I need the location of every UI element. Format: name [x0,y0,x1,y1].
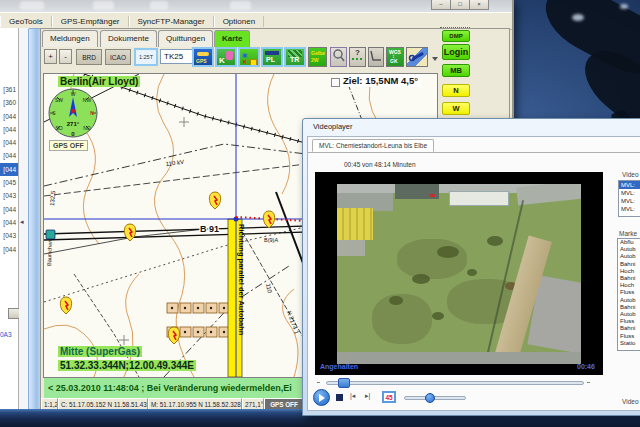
play-icon [319,394,325,402]
login-button[interactable]: Login [442,44,470,60]
powerline-label: 110 kV [165,159,184,167]
marker-item[interactable]: Bahni [618,304,640,311]
ziel-checkbox[interactable] [331,78,340,87]
seek-slider[interactable] [326,381,584,385]
seek-thumb[interactable] [338,378,350,388]
karte-tool-button[interactable]: K [215,47,237,67]
marker-item[interactable]: Fluss [618,289,640,296]
tr-tool-button[interactable]: TR [284,47,306,67]
compass-dir: NW [83,97,92,103]
marker-item[interactable]: Autob [618,297,640,304]
menu-optionen[interactable]: Optionen [214,16,264,27]
question-icon: ? [355,48,360,57]
list-item-selected[interactable]: [044 [0,163,18,176]
seek-forward-marks[interactable]: ▪▪ [587,380,590,385]
marker-item[interactable]: Autob [618,311,640,318]
list-item[interactable]: [044 [0,110,18,123]
marker-tool-button[interactable]: ▣ ✕ [238,47,260,67]
tab-meldungen[interactable]: Meldungen [42,30,98,47]
w-button[interactable]: W [442,102,470,115]
video-display[interactable]: Angehalten 00:46 [315,172,603,375]
magnifier-button[interactable] [330,47,347,67]
route-label: Richtung parallel der Autobahn [237,224,246,336]
list-item[interactable]: [044 [0,123,18,136]
video-frame-aerial-view [337,184,581,364]
list-item[interactable]: [045 [0,176,18,189]
marker-list[interactable]: Abflu Autob Autob Bahni Hoch Bahni Hoch … [617,238,640,351]
list-item[interactable]: [044 [0,136,18,149]
pl-tool-button[interactable]: PL [261,47,283,67]
seek-back-marks[interactable]: ▪▪ [317,380,320,385]
list-item[interactable]: [043 [0,229,18,242]
tab-dokumente[interactable]: Dokumente [100,30,157,47]
tab-quittungen[interactable]: Quittungen [158,30,213,47]
menu-geotools[interactable]: GeoTools [0,16,52,27]
list-item[interactable]: [044 [0,216,18,229]
list-item[interactable]: [044 [0,243,18,256]
stop-button[interactable] [336,394,343,401]
speed-button[interactable]: 45 [382,391,396,403]
previous-button[interactable]: |◂ [350,392,355,400]
video-list-item[interactable]: MVL: [619,205,640,213]
list-item[interactable]: [044 [0,149,18,162]
marker-item[interactable]: Hoch [618,282,640,289]
volume-thumb[interactable] [425,393,435,403]
marker-item[interactable]: Bahni [618,261,640,268]
marker-list-label: Marke [619,230,637,237]
videos-list[interactable]: MVL: MVL: MVL: MVL: [618,180,640,217]
marker-item[interactable]: Abflu [618,239,640,246]
zoom-out-button[interactable]: - [59,49,72,64]
marker-item[interactable]: Hoch [618,268,640,275]
close-button[interactable]: × [469,0,489,10]
zoom-in-button[interactable]: + [44,49,57,64]
gelbe-label-1: Gelbe [311,50,325,56]
brd-map-button[interactable]: BRD [76,49,102,65]
videos-list-label: Video [622,171,639,178]
menu-syncftp-manager[interactable]: SyncFTP-Manager [129,16,214,27]
play-button[interactable] [313,389,330,406]
scene-road-bottom [337,352,581,364]
map-tools-button[interactable] [406,47,428,67]
scale-toggle-button[interactable]: 1:25T [134,48,158,66]
marker-item[interactable]: Fluss [618,318,640,325]
scene-parking [337,240,365,256]
video-list-item-selected[interactable]: MVL: [619,181,640,189]
gps-tool-button[interactable]: GPS [192,47,214,67]
icao-map-button[interactable]: ICAO [105,49,131,65]
mb-button[interactable]: MB [442,64,470,77]
n-button[interactable]: N [442,84,470,97]
video-list-item[interactable]: MVL: [619,189,640,197]
message-id-list[interactable]: [361 [360 [044 [044 [044 [044 [044 [045 … [0,28,19,410]
bar-icon [265,51,279,55]
green-dashes-icon [352,58,363,60]
panel-splitter[interactable]: ◂ [19,28,28,410]
wgs-gk-button[interactable]: WGS ↕ GK [386,47,404,67]
tab-karte[interactable]: Karte [214,30,250,47]
video-list-item[interactable]: MVL: [619,197,640,205]
marker-item[interactable]: Statio [618,340,640,347]
place-label-baeumchen: Bäumchen [46,240,53,266]
volume-slider[interactable] [404,396,466,400]
next-button[interactable]: ▸| [365,392,370,400]
gelbe-tool-button[interactable]: Gelbe 2W [308,47,327,67]
minimize-button[interactable]: – [431,0,451,10]
marker-item[interactable]: Bahni [618,325,640,332]
list-item[interactable]: [361 [0,83,18,96]
video-tab[interactable]: MVL: Chemiestandort-Leuna bis Elbe [312,139,434,152]
marker-item[interactable]: Autob [618,253,640,260]
list-item[interactable]: [043 [0,189,18,202]
menu-gps-empfaenger[interactable]: GPS-Empfänger [52,16,129,27]
angle-measure-button[interactable] [368,47,384,67]
collapse-arrow-icon[interactable]: ◂ [20,218,24,226]
maximize-button[interactable]: □ [450,0,470,10]
list-item[interactable]: [044 [0,203,18,216]
marker-item[interactable]: Bahni [618,275,640,282]
gps-icon-label: GPS [196,58,207,64]
dmp-button[interactable]: DMP [442,30,470,42]
karte-icon-label: K [219,56,225,65]
list-item[interactable]: [360 [0,96,18,109]
station-coords-label: 51.32.33.344N;12.00.49.344E [58,360,196,371]
help-tool-button[interactable]: ? [349,47,366,67]
marker-item[interactable]: Autob [618,246,640,253]
marker-item[interactable]: Fluss [618,333,640,340]
